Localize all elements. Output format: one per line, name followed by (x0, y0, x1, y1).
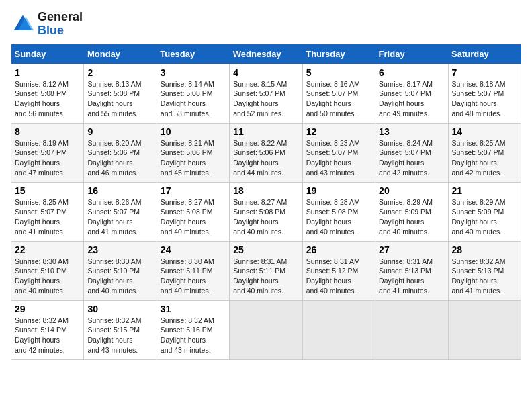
sunset-text: Sunset: 5:07 PM (15, 148, 80, 158)
day-cell: 5 Sunrise: 8:16 AM Sunset: 5:07 PM Dayli… (302, 64, 375, 123)
daylight-label: Daylight hours (161, 217, 226, 227)
day-number: 24 (161, 244, 226, 255)
sunset-text: Sunset: 5:13 PM (452, 266, 517, 276)
day-cell: 22 Sunrise: 8:30 AM Sunset: 5:10 PM Dayl… (11, 241, 84, 300)
daylight-value: and 40 minutes. (87, 286, 152, 296)
daylight-label: Daylight hours (87, 276, 152, 286)
daylight-label: Daylight hours (379, 99, 444, 109)
col-tuesday: Tuesday (157, 44, 229, 64)
daylight-label: Daylight hours (15, 276, 80, 286)
daylight-value: and 40 minutes. (379, 227, 444, 237)
day-number: 22 (15, 244, 80, 255)
sunrise-text: Sunrise: 8:22 AM (233, 138, 298, 148)
daylight-value: and 46 minutes. (87, 168, 152, 178)
sunset-text: Sunset: 5:12 PM (306, 266, 371, 276)
daylight-label: Daylight hours (452, 276, 517, 286)
day-cell: 13 Sunrise: 8:24 AM Sunset: 5:07 PM Dayl… (375, 123, 448, 182)
day-cell: 7 Sunrise: 8:18 AM Sunset: 5:07 PM Dayli… (448, 64, 521, 123)
day-cell: 2 Sunrise: 8:13 AM Sunset: 5:08 PM Dayli… (84, 64, 157, 123)
sunrise-text: Sunrise: 8:21 AM (161, 138, 226, 148)
daylight-label: Daylight hours (452, 158, 517, 168)
day-cell: 27 Sunrise: 8:31 AM Sunset: 5:13 PM Dayl… (375, 241, 448, 300)
day-cell: 18 Sunrise: 8:27 AM Sunset: 5:08 PM Dayl… (230, 182, 302, 241)
col-monday: Monday (84, 44, 157, 64)
daylight-label: Daylight hours (233, 217, 298, 227)
sunset-text: Sunset: 5:06 PM (87, 148, 152, 158)
sunrise-text: Sunrise: 8:12 AM (15, 79, 80, 89)
sunset-text: Sunset: 5:06 PM (233, 148, 298, 158)
day-number: 20 (379, 185, 444, 196)
sunrise-text: Sunrise: 8:32 AM (161, 316, 226, 326)
sunrise-text: Sunrise: 8:13 AM (87, 79, 152, 89)
day-number: 21 (452, 185, 517, 196)
daylight-value: and 52 minutes. (233, 109, 298, 119)
sunrise-text: Sunrise: 8:29 AM (379, 197, 444, 208)
day-cell: 31 Sunrise: 8:32 AM Sunset: 5:16 PM Dayl… (157, 300, 229, 359)
week-row-1: 1 Sunrise: 8:12 AM Sunset: 5:08 PM Dayli… (11, 64, 521, 123)
daylight-label: Daylight hours (379, 217, 444, 227)
sunrise-text: Sunrise: 8:15 AM (233, 79, 298, 89)
day-number: 17 (161, 185, 226, 196)
daylight-label: Daylight hours (87, 99, 152, 109)
day-cell: 4 Sunrise: 8:15 AM Sunset: 5:07 PM Dayli… (230, 64, 302, 123)
day-cell: 11 Sunrise: 8:22 AM Sunset: 5:06 PM Dayl… (230, 123, 302, 182)
daylight-label: Daylight hours (379, 158, 444, 168)
day-number: 11 (233, 126, 298, 137)
logo-text: General Blue (38, 11, 83, 38)
logo-general: General (38, 10, 83, 24)
daylight-value: and 40 minutes. (161, 227, 226, 237)
daylight-value: and 48 minutes. (452, 109, 517, 119)
daylight-value: and 50 minutes. (306, 109, 371, 119)
day-number: 27 (379, 244, 444, 255)
day-number: 12 (306, 126, 371, 137)
sunrise-text: Sunrise: 8:25 AM (452, 138, 517, 148)
daylight-value: and 43 minutes. (306, 168, 371, 178)
daylight-label: Daylight hours (306, 276, 371, 286)
day-number: 2 (87, 67, 152, 78)
daylight-label: Daylight hours (15, 335, 80, 345)
logo-blue: Blue (38, 24, 64, 37)
day-number: 26 (306, 244, 371, 255)
day-number: 31 (161, 304, 226, 314)
day-cell: 24 Sunrise: 8:30 AM Sunset: 5:11 PM Dayl… (157, 241, 229, 300)
week-row-4: 22 Sunrise: 8:30 AM Sunset: 5:10 PM Dayl… (11, 241, 521, 300)
week-row-3: 15 Sunrise: 8:25 AM Sunset: 5:07 PM Dayl… (11, 182, 521, 241)
col-saturday: Saturday (448, 44, 521, 64)
sunrise-text: Sunrise: 8:30 AM (87, 257, 152, 267)
sunrise-text: Sunrise: 8:27 AM (161, 197, 226, 208)
sunrise-text: Sunrise: 8:29 AM (452, 197, 517, 208)
day-number: 14 (452, 126, 517, 137)
logo: General Blue (11, 11, 83, 38)
sunset-text: Sunset: 5:07 PM (233, 89, 298, 99)
daylight-label: Daylight hours (161, 276, 226, 286)
sunset-text: Sunset: 5:09 PM (452, 207, 517, 217)
daylight-label: Daylight hours (306, 217, 371, 227)
daylight-value: and 40 minutes. (452, 227, 517, 237)
day-number: 18 (233, 185, 298, 196)
col-sunday: Sunday (11, 44, 84, 64)
week-row-5: 29 Sunrise: 8:32 AM Sunset: 5:14 PM Dayl… (11, 300, 521, 359)
sunrise-text: Sunrise: 8:30 AM (15, 257, 80, 267)
day-number: 6 (379, 67, 444, 78)
sunrise-text: Sunrise: 8:27 AM (233, 197, 298, 208)
sunset-text: Sunset: 5:13 PM (379, 266, 444, 276)
sunrise-text: Sunrise: 8:32 AM (452, 257, 517, 267)
daylight-value: and 56 minutes. (15, 109, 80, 119)
logo-icon (11, 12, 35, 36)
daylight-label: Daylight hours (15, 99, 80, 109)
daylight-value: and 40 minutes. (15, 286, 80, 296)
daylight-value: and 41 minutes. (452, 286, 517, 296)
day-cell: 3 Sunrise: 8:14 AM Sunset: 5:08 PM Dayli… (157, 64, 229, 123)
daylight-label: Daylight hours (452, 217, 517, 227)
day-cell: 30 Sunrise: 8:32 AM Sunset: 5:15 PM Dayl… (84, 300, 157, 359)
day-cell: 16 Sunrise: 8:26 AM Sunset: 5:07 PM Dayl… (84, 182, 157, 241)
daylight-label: Daylight hours (161, 335, 226, 345)
sunrise-text: Sunrise: 8:26 AM (87, 197, 152, 208)
calendar-table: Sunday Monday Tuesday Wednesday Thursday… (11, 44, 521, 360)
day-number: 30 (87, 304, 152, 314)
daylight-label: Daylight hours (87, 158, 152, 168)
day-cell: 21 Sunrise: 8:29 AM Sunset: 5:09 PM Dayl… (448, 182, 521, 241)
sunset-text: Sunset: 5:10 PM (15, 266, 80, 276)
daylight-label: Daylight hours (15, 158, 80, 168)
col-friday: Friday (375, 44, 448, 64)
